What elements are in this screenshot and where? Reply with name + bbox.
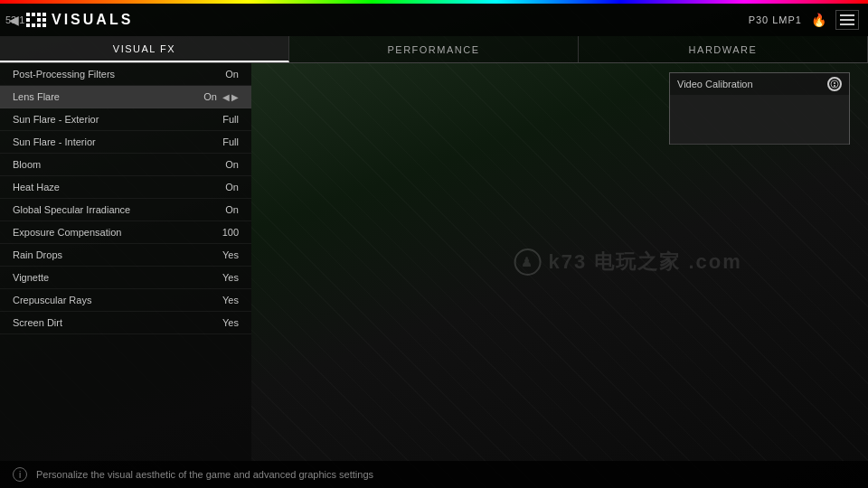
svg-rect-9 — [37, 23, 41, 27]
watermark-subtext: .com — [688, 250, 741, 274]
calibration-title: Video Calibration — [677, 79, 753, 89]
lens-flare-arrows: ◀ ▶ — [222, 92, 239, 102]
calibration-icon[interactable] — [827, 77, 842, 91]
svg-rect-8 — [32, 23, 35, 27]
setting-exposure-compensation[interactable]: Exposure Compensation 100 — [0, 221, 251, 244]
header-bar: ◀ VISUALS P30 LMP1 🔥 — [0, 4, 868, 36]
watermark-circle: ♟ — [514, 249, 542, 276]
tab-performance[interactable]: PERFORMANCE — [289, 36, 579, 62]
logo-area: VISUALS — [26, 12, 133, 28]
bottom-bar: i Personalize the visual aesthetic of th… — [0, 461, 868, 488]
car-info: P30 LMP1 — [749, 14, 802, 25]
tab-visual-fx[interactable]: VISUAL FX — [0, 36, 289, 62]
logo-icon — [26, 13, 46, 27]
settings-list: Post-Processing Filters On Lens Flare On… — [0, 63, 251, 334]
setting-sun-flare-exterior[interactable]: Sun Flare - Exterior Full — [0, 108, 251, 131]
svg-rect-1 — [32, 13, 35, 16]
svg-rect-13 — [834, 85, 835, 87]
hud-counter: 53 1 — [2, 4, 24, 36]
setting-rain-drops[interactable]: Rain Drops Yes — [0, 244, 251, 267]
right-area: Video Calibration ♟ k73 电玩之家 .com — [251, 63, 868, 461]
calibration-content — [670, 95, 849, 145]
fuel-icon: 🔥 — [811, 13, 826, 27]
video-calibration-panel: Video Calibration — [669, 72, 850, 145]
svg-rect-12 — [834, 82, 835, 84]
watermark: ♟ k73 电玩之家 .com — [514, 249, 742, 276]
svg-rect-7 — [26, 23, 30, 27]
svg-rect-2 — [37, 13, 41, 16]
svg-rect-0 — [26, 13, 30, 16]
svg-rect-4 — [26, 18, 30, 22]
setting-global-specular[interactable]: Global Specular Irradiance On — [0, 199, 251, 221]
setting-lens-flare[interactable]: Lens Flare On ◀ ▶ — [0, 86, 251, 108]
menu-button[interactable] — [835, 10, 859, 30]
info-icon: i — [13, 467, 27, 482]
setting-sun-flare-interior[interactable]: Sun Flare - Interior Full — [0, 131, 251, 154]
right-arrow-icon[interactable]: ▶ — [231, 92, 239, 102]
svg-rect-6 — [42, 18, 46, 22]
left-arrow-icon[interactable]: ◀ — [222, 92, 230, 102]
setting-crepuscular-rays[interactable]: Crepuscular Rays Yes — [0, 289, 251, 312]
setting-bloom[interactable]: Bloom On — [0, 154, 251, 176]
bottom-description: Personalize the visual aesthetic of the … — [36, 469, 373, 480]
main-content: Post-Processing Filters On Lens Flare On… — [0, 63, 868, 461]
tabs-bar: VISUAL FX PERFORMANCE HARDWARE — [0, 36, 868, 63]
app-title: VISUALS — [52, 12, 133, 28]
tab-hardware[interactable]: HARDWARE — [579, 36, 868, 62]
calibration-header: Video Calibration — [670, 73, 849, 95]
svg-rect-5 — [37, 18, 41, 22]
header-left: ◀ VISUALS — [9, 12, 133, 28]
setting-heat-haze[interactable]: Heat Haze On — [0, 176, 251, 199]
setting-post-processing[interactable]: Post-Processing Filters On — [0, 63, 251, 86]
header-right: P30 LMP1 🔥 — [749, 10, 859, 30]
setting-vignette[interactable]: Vignette Yes — [0, 267, 251, 289]
setting-screen-dirt[interactable]: Screen Dirt Yes — [0, 312, 251, 334]
svg-rect-3 — [42, 13, 46, 16]
watermark-text: k73 电玩之家 — [549, 249, 682, 276]
svg-rect-10 — [42, 23, 46, 27]
settings-panel: Post-Processing Filters On Lens Flare On… — [0, 63, 251, 461]
